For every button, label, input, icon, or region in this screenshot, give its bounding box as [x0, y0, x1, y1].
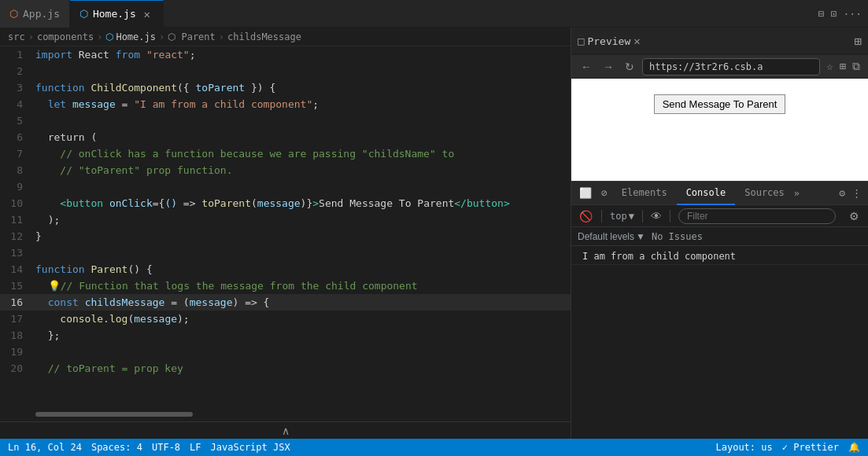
preview-area: Send Message To Parent: [571, 79, 868, 181]
breadcrumb-src: src: [8, 31, 25, 42]
context-label: top: [610, 211, 627, 222]
reload-button[interactable]: ↻: [622, 59, 637, 75]
forward-button[interactable]: →: [600, 59, 617, 75]
preview-tab-actions: ⊞: [854, 34, 862, 49]
console-filter-input[interactable]: [678, 208, 836, 224]
editor-collapse-bar[interactable]: ∧: [0, 421, 571, 439]
tab-home-js[interactable]: ⬡ Home.js ✕: [70, 0, 164, 28]
code-line-7: 7 // onClick has a function because we a…: [0, 145, 571, 162]
tab-app-js[interactable]: ⬡ App.js: [0, 0, 70, 28]
code-line-13: 13: [0, 245, 571, 261]
devtools-more-tabs[interactable]: »: [794, 188, 800, 199]
chevron-right-icon: »: [794, 188, 800, 199]
code-editor[interactable]: 1 import React from "react"; 2 3 functio…: [0, 46, 571, 412]
code-line-5: 5: [0, 112, 571, 129]
close-tab-icon[interactable]: ✕: [141, 8, 153, 20]
new-tab-icon[interactable]: ⊞: [838, 58, 848, 75]
add-tab-icon[interactable]: ⊞: [854, 34, 862, 49]
status-language: JavaScript JSX: [211, 442, 290, 453]
devtools-console: I am from a child component: [571, 246, 868, 439]
default-levels-label: Default levels: [578, 231, 634, 242]
toolbar-separator-3: [670, 210, 670, 222]
url-text: https://3tr2r6.csb.a: [649, 61, 763, 72]
code-line-18: 18 };: [0, 327, 571, 344]
preview-tab-bar: □ Preview ✕ ⊞: [571, 28, 868, 55]
clear-console-button[interactable]: 🚫: [578, 208, 593, 224]
devtools-more-icon[interactable]: ⋮: [851, 187, 862, 199]
levels-dropdown-icon: ▼: [636, 231, 645, 242]
status-line-ending: LF: [190, 442, 201, 453]
back-button[interactable]: ←: [578, 59, 595, 75]
tab-home-js-label: Home.js: [93, 8, 136, 20]
editor-layout-icon[interactable]: ⊡: [831, 8, 837, 20]
bookmark-icon[interactable]: ☆: [825, 58, 834, 75]
more-actions-icon[interactable]: ···: [844, 8, 862, 20]
breadcrumb: src › components › ⬡ Home.js › ⬡ Parent …: [0, 28, 571, 46]
context-select[interactable]: top ▼: [610, 211, 634, 222]
send-message-button[interactable]: Send Message To Parent: [654, 94, 786, 114]
code-line-15: 15 💡// Function that logs the message fr…: [0, 278, 571, 294]
toolbar-separator-1: [601, 210, 602, 222]
devtools-settings-icon[interactable]: ⚙: [839, 187, 845, 199]
editor-tab-bar: ⬡ App.js ⬡ Home.js ✕ ⊟ ⊡ ···: [0, 0, 868, 28]
browser-icon-group: ☆ ⊞ ⧉: [825, 58, 862, 75]
devtools-tab-console-label: Console: [686, 187, 726, 198]
devtools-toolbar: 🚫 top ▼ 👁 ⚙: [571, 205, 868, 227]
toolbar-separator-2: [642, 210, 643, 222]
status-bar: Ln 16, Col 24 Spaces: 4 UTF-8 LF JavaScr…: [0, 439, 868, 456]
devtools-tab-console[interactable]: Console: [677, 182, 736, 205]
console-message: I am from a child component: [582, 251, 736, 262]
code-line-4: 4 let message = "I am from a child compo…: [0, 96, 571, 112]
code-line-1: 1 import React from "react";: [0, 46, 571, 63]
breadcrumb-childs-message: childsMessage: [227, 31, 301, 42]
horizontal-scrollbar[interactable]: [0, 412, 571, 421]
status-spaces: Spaces: 4: [91, 442, 142, 453]
preview-tab-icon: □: [578, 35, 584, 47]
collapse-terminal-button[interactable]: ∧: [282, 425, 290, 437]
tab-bar-actions: ⊟ ⊡ ···: [818, 8, 868, 20]
console-settings-button[interactable]: ⚙: [846, 208, 862, 224]
browser-bar: ← → ↻ https://3tr2r6.csb.a ☆ ⊞ ⧉: [571, 55, 868, 79]
devtools-inspect-icon[interactable]: ⬜: [574, 187, 597, 199]
code-line-9: 9: [0, 178, 571, 195]
code-line-16: 16 const childsMessage = (message) => {: [0, 294, 571, 311]
code-line-20: 20 // toParent = prop key: [0, 360, 571, 377]
default-levels-button[interactable]: Default levels ▼: [578, 231, 645, 242]
devtools-tab-elements-label: Elements: [622, 187, 667, 198]
open-browser-icon[interactable]: ⧉: [851, 58, 862, 75]
breadcrumb-components: components: [37, 31, 94, 42]
status-bell-icon[interactable]: 🔔: [848, 442, 860, 453]
code-line-6: 6 return (: [0, 129, 571, 145]
code-lines: 1 import React from "react"; 2 3 functio…: [0, 46, 571, 377]
breadcrumb-sep-3: ›: [159, 31, 164, 42]
code-line-14: 14 function Parent() {: [0, 261, 571, 278]
breadcrumb-sep-1: ›: [28, 31, 34, 42]
close-preview-icon[interactable]: ✕: [633, 35, 640, 47]
code-line-17: 17 console.log(message);: [0, 311, 571, 327]
context-dropdown-icon: ▼: [629, 211, 634, 222]
devtools-panel: ⬜ ⊘ Elements Console Sources »: [571, 181, 868, 439]
devtools-tab-sources-label: Sources: [744, 187, 785, 198]
status-layout: Layout: us: [716, 442, 773, 453]
console-line-1: I am from a child component: [571, 249, 868, 265]
devtools-levels-bar: Default levels ▼ No Issues: [571, 227, 868, 246]
devtools-right-icons: ⚙ ⋮: [839, 187, 868, 199]
breadcrumb-home-js: ⬡ Home.js: [105, 31, 156, 42]
no-issues-label: No Issues: [652, 231, 703, 242]
status-prettier: ✓ Prettier: [782, 442, 839, 453]
tab-app-js-label: App.js: [23, 8, 60, 20]
preview-tab-label[interactable]: Preview: [587, 35, 630, 47]
app-js-icon: ⬡: [9, 8, 18, 20]
devtools-cursor-icon[interactable]: ⊘: [597, 187, 612, 199]
split-editor-icon[interactable]: ⊟: [818, 8, 825, 20]
code-line-3: 3 function ChildComponent({ toParent }) …: [0, 79, 571, 96]
devtools-tab-elements[interactable]: Elements: [612, 182, 677, 205]
status-ln-col: Ln 16, Col 24: [8, 442, 82, 453]
eye-icon[interactable]: 👁: [651, 210, 662, 222]
code-line-11: 11 );: [0, 211, 571, 228]
devtools-tab-sources[interactable]: Sources: [735, 182, 794, 205]
url-bar[interactable]: https://3tr2r6.csb.a: [642, 58, 820, 75]
breadcrumb-parent: ⬡ Parent: [168, 31, 216, 42]
breadcrumb-sep-4: ›: [219, 31, 224, 42]
breadcrumb-home-icon: ⬡: [105, 31, 113, 42]
